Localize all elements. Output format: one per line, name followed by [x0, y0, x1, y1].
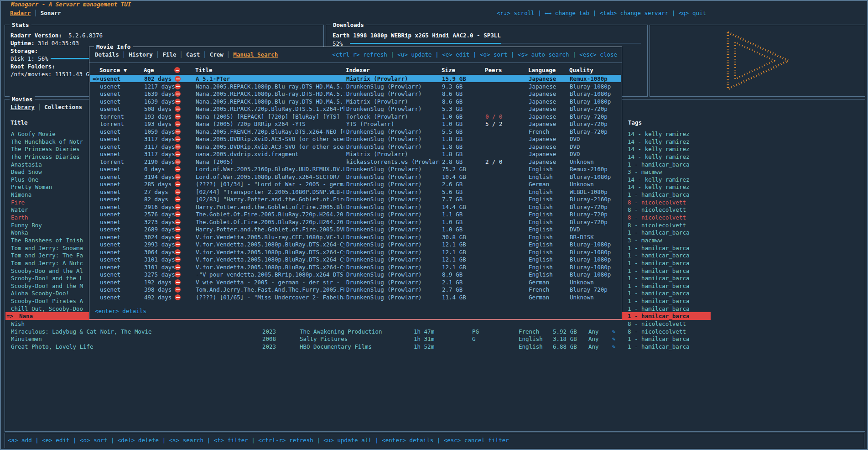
release-quality: Bluray-1080p: [570, 263, 611, 271]
release-row[interactable]: usenet285 days(????) [01/34] - "Lord of …: [90, 180, 621, 188]
movie-tag: 1 - hamilcar_barca: [628, 305, 689, 313]
release-row[interactable]: usenet82 days[02/83] "Harry.Potter.and.t…: [90, 195, 621, 203]
release-age: 3117 days: [144, 135, 175, 143]
release-age: 285 days: [144, 180, 172, 188]
release-row[interactable]: usenet398 daysTom.And.Jerry.The.Fast.And…: [90, 286, 621, 293]
release-language: Japanese: [529, 105, 556, 113]
selected-row-marker: =>: [6, 312, 13, 320]
release-peers: 5 / 2: [485, 120, 503, 128]
release-row[interactable]: usenet3101 daysV.for.Vendetta.2005.1080p…: [90, 263, 621, 271]
release-quality: Bluray-2160p: [570, 195, 611, 203]
release-size: 1.8 GB: [442, 135, 463, 143]
release-row[interactable]: usenet3117 daysNana.2005.DVDRip.XviD.AC3…: [90, 135, 621, 142]
release-row[interactable]: usenet0 daysLord.of.War.2005.2160p.BluRa…: [90, 165, 621, 173]
release-age: 3101 days: [144, 263, 175, 271]
release-row[interactable]: usenet2689 daysHarry.Potter.and.the.Gobl…: [90, 225, 621, 233]
release-age: 82 days: [144, 195, 168, 203]
release-row[interactable]: usenet2993 daysV.for.Vendetta.2005.1080p…: [90, 241, 621, 248]
release-row[interactable]: usenet3101 daysV.for.Vendetta.2005.1080p…: [90, 256, 621, 263]
movie-row[interactable]: Minutemen2008Salty Pictures1h 31mGEnglis…: [5, 335, 711, 343]
release-size: 9.3 GB: [442, 83, 463, 90]
release-row[interactable]: usenet2916 daysHarry.Potter.and.the.Gobl…: [90, 203, 621, 210]
release-row[interactable]: usenet508 daysNana.2005.REPACK.720p.BluR…: [90, 105, 621, 112]
movie-tag: 1 - hamilcar_barca: [628, 343, 689, 351]
tab-sonarr[interactable]: Sonarr: [41, 10, 61, 16]
release-row[interactable]: usenet3117 daysnana.2005.dvdrip.xvid.fra…: [90, 150, 621, 157]
release-age: 3024 days: [144, 233, 175, 241]
release-row[interactable]: usenet1217 daysNana.2005.REPACK.1080p.Bl…: [90, 83, 621, 90]
movie-tag: 8 - nicolecolvett: [628, 328, 686, 335]
release-row[interactable]: usenet1059 daysNana.2005.FRENCH.720p.Blu…: [90, 128, 621, 135]
release-table: =>usenet802 daysA 5.1-PTerMiatrix (Prowl…: [89, 47, 622, 319]
modal-footer-hint: <enter> details: [95, 307, 146, 315]
release-age: 3273 days: [144, 218, 175, 226]
release-row[interactable]: usenet192 daysV wie Vendetta - 2005 - ge…: [90, 278, 621, 286]
movie-tag: 1 - hamilcar_barca: [628, 282, 689, 290]
release-age: 3194 days: [144, 173, 175, 181]
release-row[interactable]: usenet1639 daysNana.2005.REPACK.1080p.Bl…: [90, 98, 621, 105]
tab-radarr[interactable]: Radarr: [10, 10, 31, 16]
movie-certification: G: [472, 335, 476, 343]
release-age: 802 days: [144, 75, 172, 83]
release-row[interactable]: usenet3064 daysV.for.Vendetta.2005.1080p…: [90, 248, 621, 256]
release-source: usenet: [100, 135, 120, 143]
release-row[interactable]: usenet492 days(????) [01/65] - "Miss Und…: [90, 293, 621, 301]
release-row[interactable]: usenet3273 daysThe.Goblet.Of.Fire.2005.B…: [90, 218, 621, 225]
release-row[interactable]: torrent193 daysNana (2005) [REPACK] [720…: [90, 113, 621, 120]
movie-row[interactable]: Miraculous: Ladybug & Cat Noir, The Movi…: [5, 328, 711, 335]
release-size: 5.3 GB: [442, 105, 463, 113]
movie-title: Great Photo, Lovely Life: [11, 343, 257, 351]
release-size: 75.2 GB: [442, 165, 466, 173]
release-size: 8.6 GB: [442, 98, 463, 105]
tab-separator: │: [31, 10, 41, 16]
release-title: Nana.2005.FRENCH.720p.BluRay.DTS.x264-NE…: [196, 128, 344, 136]
release-indexer: DrunkenSlug (Prowlarr): [346, 128, 440, 136]
rejection-icon: [175, 99, 181, 105]
movie-tag: 1 - hamilcar_barca: [628, 251, 689, 259]
release-age: 27 days: [144, 188, 168, 196]
release-title: V.for.Vendetta.2005.1080p.BluRay.DTS.x26…: [196, 241, 344, 248]
release-title: nana.2005.dvdrip.xvid.fragment: [196, 150, 344, 158]
release-quality: Remux-1080p: [570, 75, 608, 83]
release-row[interactable]: usenet3275 days-"V pour vendetta.2005.BR…: [90, 271, 621, 278]
release-row[interactable]: usenet3194 daysLord.of.War.2005.1080p.Bl…: [90, 173, 621, 180]
release-language: Japanese: [529, 98, 556, 105]
release-source: usenet: [100, 90, 120, 98]
release-row[interactable]: usenet3117 daysNana.2005.DVDRip.XviD.AC3…: [90, 143, 621, 150]
rejection-icon: [175, 121, 181, 127]
release-indexer: DrunkenSlug (Prowlarr): [346, 143, 440, 151]
release-size: 12.1 GB: [442, 256, 466, 263]
release-title: V.for.Vendetta.2005.1080p.BluRay.DTS.x26…: [196, 256, 344, 263]
movie-info-modal: Movie Info Details│History│File│Cast│Cre…: [89, 47, 622, 319]
global-keybindings: <↑↓> scroll | ←→ change tab | <tab> chan…: [497, 9, 706, 17]
release-title: [02/44] "Transporter 2.2005.1080P.DSNP.W…: [196, 188, 344, 196]
release-indexer: DrunkenSlug (Prowlarr): [346, 173, 440, 181]
release-size: 1.1 GB: [442, 210, 463, 218]
release-row[interactable]: usenet27 days[02/44] "Transporter 2.2005…: [90, 188, 621, 195]
release-indexer: DrunkenSlug (Prowlarr): [346, 83, 440, 90]
release-indexer: DrunkenSlug (Prowlarr): [346, 210, 440, 218]
release-row[interactable]: torrent2190 daysNana (2005)kickasstorren…: [90, 158, 621, 165]
release-language: English: [529, 165, 553, 173]
release-source: usenet: [100, 263, 120, 271]
movie-row[interactable]: Great Photo, Lovely Life2023HBO Document…: [5, 343, 711, 351]
release-indexer: DrunkenSlug (Prowlarr): [346, 165, 440, 173]
movie-size: 3.18 GB: [553, 335, 577, 343]
movie-row[interactable]: Wish8 - nicolecolvett: [5, 320, 711, 328]
release-title: Nana (2005): [196, 158, 344, 166]
release-row[interactable]: usenet1639 daysNana.2005.REPACK.1080p.Bl…: [90, 90, 621, 97]
movie-tag: 8 - nicolecolvett: [628, 221, 686, 229]
release-row[interactable]: usenet2576 daysThe.Goblet.Of.Fire.2005.B…: [90, 210, 621, 218]
release-row[interactable]: usenet3024 daysV.for.Vendetta.2005.Blu-r…: [90, 233, 621, 241]
release-title: Nana (2005) 720p BRRip x264 -YTS: [196, 120, 344, 128]
release-size: 2.7 GB: [442, 286, 463, 293]
release-source: usenet: [100, 233, 120, 241]
release-row[interactable]: =>usenet802 daysA 5.1-PTerMiatrix (Prowl…: [90, 75, 621, 82]
rejection-icon: [175, 129, 181, 135]
movie-tag: 3 - macmww: [628, 236, 662, 244]
rejection-icon: [175, 159, 181, 165]
release-source: torrent: [100, 158, 124, 166]
release-row[interactable]: torrent193 daysNana (2005) 720p BRRip x2…: [90, 120, 621, 127]
release-size: 1.8 GB: [442, 150, 463, 158]
release-language: French: [529, 128, 549, 136]
